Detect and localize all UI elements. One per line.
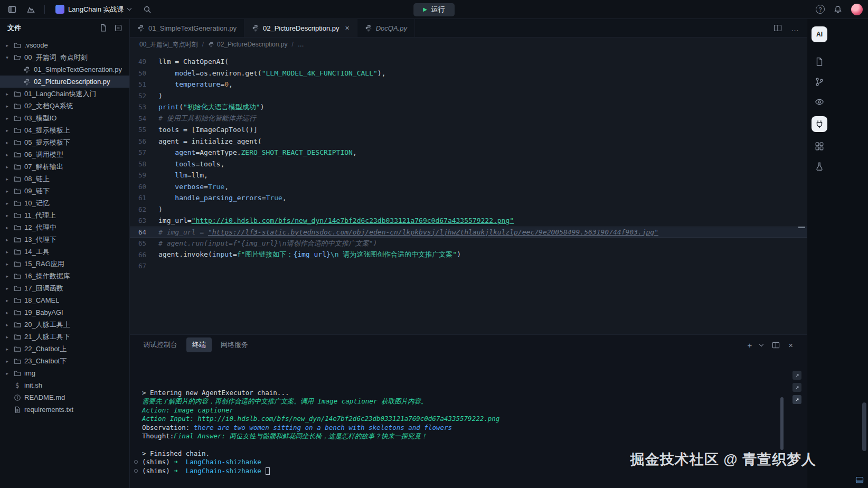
code-line[interactable]: 63img_url="http://i0.hdslb.com/bfs/new_d… xyxy=(130,215,807,227)
code-line[interactable]: 64# img_url = "https://lf3-static.bytedn… xyxy=(130,227,807,238)
file-tree-item[interactable]: ▸10_记忆 xyxy=(0,197,129,209)
code-line[interactable]: 62) xyxy=(130,204,807,215)
code-line[interactable]: 53print("初始化大语言模型成功") xyxy=(130,101,807,113)
file-tree-item[interactable]: ▸20_人脉工具上 xyxy=(0,318,129,331)
new-terminal-icon[interactable]: + xyxy=(747,341,752,349)
code-line[interactable]: 56agent = initialize_agent( xyxy=(130,136,807,147)
code-line[interactable]: 57 agent=AgentType.ZERO_SHOT_REACT_DESCR… xyxy=(130,147,807,158)
file-tree-item[interactable]: ▸06_调用模型 xyxy=(0,148,129,161)
code-line[interactable]: 50 model=os.environ.get("LLM_MODEL_4K_FU… xyxy=(130,68,807,79)
panel-tab-0[interactable]: 调试控制台 xyxy=(137,337,183,352)
code-token xyxy=(158,160,175,168)
code-line[interactable]: 67 xyxy=(130,260,807,272)
terminal-add-to-chat-icon[interactable] xyxy=(792,383,801,392)
file-tree-item[interactable]: 01_SimpleTextGeneration.py xyxy=(0,63,129,76)
file-label: 01_SimpleTextGeneration.py xyxy=(34,65,122,73)
code-line[interactable]: 52) xyxy=(130,90,807,102)
preview-eye-icon[interactable] xyxy=(814,96,825,108)
source-control-branch-icon[interactable] xyxy=(814,76,825,88)
file-tree-item[interactable]: ▸17_回调函数 xyxy=(0,282,129,294)
file-tree-item[interactable]: ▸.vscode xyxy=(0,39,129,51)
terminal-scrollbar[interactable] xyxy=(780,397,784,450)
command-decoration-icon[interactable] xyxy=(134,460,138,464)
code-line[interactable]: 61 handle_parsing_errors=True, xyxy=(130,192,807,204)
layout-sidebar-toggle-icon[interactable] xyxy=(5,3,19,16)
breadcrumb-item[interactable]: 00_开篇词_奇点时刻 xyxy=(139,40,198,49)
file-tree-item[interactable]: ▸18_CAMEL xyxy=(0,294,129,306)
file-tree-item[interactable]: ▸13_代理下 xyxy=(0,233,129,246)
terminal-dropdown-icon[interactable] xyxy=(759,342,763,346)
new-file-icon[interactable] xyxy=(98,22,109,34)
tab-close-icon[interactable]: × xyxy=(345,24,349,32)
user-avatar[interactable] xyxy=(851,4,863,15)
breadcrumb-item[interactable]: … xyxy=(298,41,304,48)
help-icon[interactable]: ? xyxy=(816,5,825,14)
file-tree-item[interactable]: ▸09_链下 xyxy=(0,185,129,197)
terminal-open-output-icon[interactable] xyxy=(792,371,801,380)
file-tree-item[interactable]: ▸19_BabyAGI xyxy=(0,306,129,318)
ai-panel-button[interactable]: AI xyxy=(812,26,827,42)
code-line[interactable]: 59 llm=llm, xyxy=(130,170,807,181)
collapse-folders-icon[interactable] xyxy=(112,22,124,34)
close-panel-icon[interactable]: × xyxy=(788,341,793,349)
code-line[interactable]: 60 verbose=True, xyxy=(130,181,807,193)
file-tree-item[interactable]: ▸img xyxy=(0,367,129,379)
file-tree-item[interactable]: ▸04_提示模板上 xyxy=(0,124,129,136)
code-editor[interactable]: 49llm = ChatOpenAI(50 model=os.environ.g… xyxy=(130,51,807,334)
docs-file-icon[interactable] xyxy=(814,56,825,68)
file-tree-item[interactable]: ▸03_模型IO xyxy=(0,112,129,124)
file-tree-item[interactable]: ▾00_开篇词_奇点时刻 xyxy=(0,51,129,63)
file-tree-item[interactable]: ▸08_链上 xyxy=(0,173,129,185)
breadcrumb-item[interactable]: 02_PictureDescription.py xyxy=(208,41,287,48)
split-terminal-icon[interactable] xyxy=(771,340,780,350)
file-tree-item[interactable]: ▸11_代理上 xyxy=(0,209,129,221)
folder-icon xyxy=(13,272,21,280)
editor-tab[interactable]: DocQA.py xyxy=(357,19,415,37)
file-tree-item[interactable]: 02_PictureDescription.py xyxy=(0,76,129,88)
file-tree-item[interactable]: ▸05_提示模板下 xyxy=(0,136,129,148)
code-line[interactable]: 51 temperature=0, xyxy=(130,79,807,90)
test-flask-icon[interactable] xyxy=(814,161,825,172)
file-tree-item[interactable]: ▸01_LangChain快速入门 xyxy=(0,88,129,100)
folder-icon xyxy=(13,90,21,98)
terminal-fix-with-ai-icon[interactable] xyxy=(792,395,801,404)
file-tree-item[interactable]: ▸16_操作数据库 xyxy=(0,270,129,282)
split-editor-icon[interactable] xyxy=(772,22,784,34)
more-actions-icon[interactable]: … xyxy=(791,24,799,33)
file-tree-item[interactable]: ▸14_工具 xyxy=(0,246,129,258)
panel-layout-icon[interactable] xyxy=(855,476,864,485)
extensions-grid-icon[interactable] xyxy=(814,140,825,152)
code-line[interactable]: 65# agent.run(input=f"{img_url}\n请创作合适的中… xyxy=(130,238,807,249)
run-button[interactable]: ▶ 运行 xyxy=(413,3,455,16)
file-tree-item[interactable]: ▸23_Chatbot下 xyxy=(0,355,129,367)
window-scrollbar[interactable] xyxy=(862,402,866,451)
terminal[interactable]: > Entering new AgentExecutor chain...需要先… xyxy=(130,355,807,488)
code-line[interactable]: 49llm = ChatOpenAI( xyxy=(130,56,807,68)
code-line[interactable]: 55tools = [ImageCapTool()] xyxy=(130,124,807,136)
command-decoration-icon[interactable] xyxy=(134,469,138,473)
panel-tab-1[interactable]: 终端 xyxy=(186,337,212,352)
code-line[interactable]: 58 tools=tools, xyxy=(130,158,807,170)
code-line[interactable]: 66agent.invoke(input=f"图片链接如下：{img_url}\… xyxy=(130,249,807,261)
active-plugin-icon[interactable] xyxy=(812,116,827,132)
panel-tab-2[interactable]: 网络服务 xyxy=(215,337,254,352)
file-tree-item[interactable]: ▸15_RAG应用 xyxy=(0,258,129,270)
file-tree-item[interactable]: ▸02_文档QA系统 xyxy=(0,100,129,112)
panel-tabs: 调试控制台终端网络服务 xyxy=(137,337,254,352)
search-icon[interactable] xyxy=(140,3,154,16)
file-tree-item[interactable]: ▸22_Chatbot上 xyxy=(0,343,129,355)
code-line[interactable]: 54# 使用工具初始化智能体并运行 xyxy=(130,113,807,125)
file-tree-item[interactable]: ▸12_代理中 xyxy=(0,221,129,233)
file-tree-item[interactable]: requirements.txt xyxy=(0,403,129,416)
folder-icon xyxy=(13,236,21,243)
notifications-bell-icon[interactable] xyxy=(831,3,845,16)
play-icon: ▶ xyxy=(423,7,427,12)
editor-tab[interactable]: 01_SimpleTextGeneration.py xyxy=(130,19,244,37)
file-tree-item[interactable]: ▸21_人脉工具下 xyxy=(0,331,129,343)
file-tree-item[interactable]: $init.sh xyxy=(0,379,129,391)
editor-tab[interactable]: 02_PictureDescription.py× xyxy=(244,19,357,37)
file-tree-item[interactable]: ▸07_解析输出 xyxy=(0,161,129,173)
python-icon xyxy=(23,65,31,73)
file-tree-item[interactable]: README.md xyxy=(0,391,129,403)
workspace-switcher[interactable]: LangChain 实战课 xyxy=(51,3,135,16)
